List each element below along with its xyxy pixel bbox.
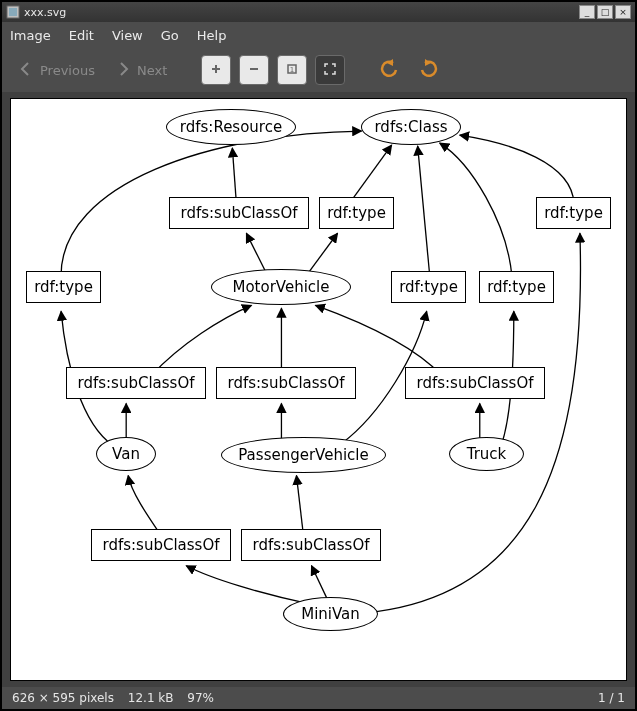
node-type-motorvehicle: rdf:type: [319, 197, 394, 229]
rotate-left-icon: [379, 59, 399, 82]
zoom-out-icon: [247, 62, 261, 79]
node-rdfs-class: rdfs:Class: [361, 109, 461, 145]
svg-rect-1: [9, 8, 17, 16]
node-type-mid: rdf:type: [391, 271, 466, 303]
window-title: xxx.svg: [24, 6, 577, 19]
menu-image[interactable]: Image: [10, 28, 51, 43]
node-minivan: MiniVan: [283, 597, 378, 631]
status-zoom: 97%: [187, 691, 214, 705]
menu-edit[interactable]: Edit: [69, 28, 94, 43]
zoom-fit-icon: [323, 62, 337, 79]
next-button[interactable]: Next: [109, 57, 173, 84]
node-motorvehicle: MotorVehicle: [211, 269, 351, 305]
node-van: Van: [96, 437, 156, 471]
statusbar: 626 × 595 pixels 12.1 kB 97% 1 / 1: [2, 687, 635, 709]
node-sco-truck: rdfs:subClassOf: [405, 367, 545, 399]
status-dimensions: 626 × 595 pixels: [12, 691, 114, 705]
zoom-actual-button[interactable]: 1: [277, 55, 307, 85]
canvas-area[interactable]: rdfs:Resource rdfs:Class MotorVehicle Va…: [2, 92, 635, 687]
node-sco-van: rdfs:subClassOf: [66, 367, 206, 399]
app-icon: [6, 5, 20, 19]
node-passengervehicle: PassengerVehicle: [221, 437, 386, 473]
previous-icon: [18, 61, 34, 80]
rotate-left-button[interactable]: [373, 55, 405, 86]
app-window: xxx.svg _ □ × Image Edit View Go Help Pr…: [0, 0, 637, 711]
minimize-button[interactable]: _: [579, 5, 595, 19]
rotate-right-icon: [419, 59, 439, 82]
status-left: 626 × 595 pixels 12.1 kB 97%: [12, 691, 224, 705]
graph-diagram: rdfs:Resource rdfs:Class MotorVehicle Va…: [11, 99, 626, 680]
node-sco-minivan-pv: rdfs:subClassOf: [241, 529, 381, 561]
node-type-left: rdf:type: [26, 271, 101, 303]
maximize-button[interactable]: □: [597, 5, 613, 19]
next-icon: [115, 61, 131, 80]
node-sco-motorvehicle: rdfs:subClassOf: [169, 197, 309, 229]
titlebar[interactable]: xxx.svg _ □ ×: [2, 2, 635, 22]
previous-button[interactable]: Previous: [12, 57, 101, 84]
menu-view[interactable]: View: [112, 28, 143, 43]
toolbar: Previous Next 1: [2, 48, 635, 92]
menubar: Image Edit View Go Help: [2, 22, 635, 48]
zoom-fit-button[interactable]: [315, 55, 345, 85]
node-type-far: rdf:type: [536, 197, 611, 229]
close-button[interactable]: ×: [615, 5, 631, 19]
node-sco-minivan-van: rdfs:subClassOf: [91, 529, 231, 561]
zoom-in-icon: [209, 62, 223, 79]
zoom-in-button[interactable]: [201, 55, 231, 85]
menu-help[interactable]: Help: [197, 28, 227, 43]
status-page: 1 / 1: [598, 691, 625, 705]
node-truck: Truck: [449, 437, 524, 471]
previous-label: Previous: [40, 63, 95, 78]
next-label: Next: [137, 63, 167, 78]
node-sco-passengervehicle: rdfs:subClassOf: [216, 367, 356, 399]
rotate-right-button[interactable]: [413, 55, 445, 86]
zoom-out-button[interactable]: [239, 55, 269, 85]
menu-go[interactable]: Go: [161, 28, 179, 43]
node-type-right: rdf:type: [479, 271, 554, 303]
status-filesize: 12.1 kB: [128, 691, 174, 705]
image-canvas: rdfs:Resource rdfs:Class MotorVehicle Va…: [10, 98, 627, 681]
node-rdfs-resource: rdfs:Resource: [166, 109, 296, 145]
svg-text:1: 1: [290, 66, 294, 74]
zoom-actual-icon: 1: [285, 62, 299, 79]
